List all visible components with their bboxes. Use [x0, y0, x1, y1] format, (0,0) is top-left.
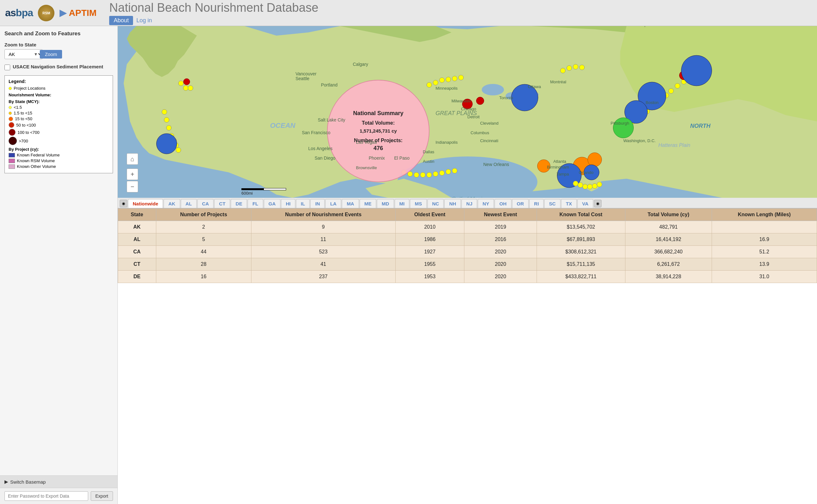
tab-oh[interactable]: OH: [495, 199, 511, 208]
tampa-label: Tampa: [557, 172, 569, 176]
table-cell-1-0: AL: [118, 233, 156, 246]
legend-dot-6: [9, 137, 17, 145]
export-button[interactable]: Export: [91, 491, 113, 501]
table-cell-2-2: 523: [251, 246, 395, 258]
table-cell-3-6: 6,261,672: [625, 258, 712, 271]
map-zoom-in-button[interactable]: +: [127, 169, 138, 180]
tab-hi[interactable]: HI: [281, 199, 295, 208]
table-cell-4-5: $433,822,711: [536, 271, 625, 283]
table-cell-2-3: 1927: [395, 246, 464, 258]
tab-or[interactable]: OR: [512, 199, 529, 208]
legend-title: Legend:: [9, 79, 109, 84]
table-header-row: StateNumber of ProjectsNumber of Nourish…: [118, 209, 817, 221]
tab-nationwide[interactable]: Nationwide: [128, 199, 163, 208]
proj-dot-gulf4: [420, 172, 426, 177]
tab-me[interactable]: ME: [360, 199, 377, 208]
popup-total-label: Total Volume:: [362, 120, 395, 126]
map-container: National Summary Total Volume: 1,571,245…: [118, 26, 817, 504]
north-label: NORTH: [690, 123, 711, 129]
table-cell-3-1: 28: [156, 258, 251, 271]
tab-mi[interactable]: MI: [395, 199, 410, 208]
ottawa-label: Ottawa: [528, 84, 541, 89]
map[interactable]: National Summary Total Volume: 1,571,245…: [118, 26, 817, 198]
table-cell-0-5: $13,545,702: [536, 221, 625, 233]
map-home-button[interactable]: ⌂: [127, 153, 138, 165]
lake-superior: [482, 84, 504, 95]
table-cell-1-5: $67,891,893: [536, 233, 625, 246]
legend-by-project-label: By Project (cy):: [9, 147, 109, 152]
proj-dot-mw1: [427, 82, 432, 87]
tab-al[interactable]: AL: [181, 199, 197, 208]
table-cell-3-2: 41: [251, 258, 395, 271]
sidebar: Search and Zoom to Features Zoom to Stat…: [0, 26, 118, 504]
tab-la[interactable]: LA: [325, 199, 341, 208]
tab-il[interactable]: IL: [296, 199, 310, 208]
table-cell-4-1: 16: [156, 271, 251, 283]
proj-dot-mw6: [459, 75, 464, 80]
tab-ct[interactable]: CT: [214, 199, 230, 208]
proj-dot-gl-red2: [476, 97, 484, 105]
slc-label: Salt Lake City: [318, 117, 345, 122]
cleveland-label: Cleveland: [480, 121, 499, 126]
usace-row: USACE Navigation Sediment Placement: [4, 64, 113, 70]
login-button[interactable]: Log in: [136, 17, 152, 24]
table-header-5: Known Total Cost: [536, 209, 625, 221]
zoom-button[interactable]: Zoom: [40, 50, 62, 59]
proj-dot-gulf8: [446, 169, 451, 174]
nola-label: New Orleans: [483, 162, 509, 167]
tab-ny[interactable]: NY: [478, 199, 494, 208]
ocean-label: OCEAN: [270, 121, 296, 129]
tab-prev-button[interactable]: ◉: [120, 200, 127, 207]
usace-checkbox[interactable]: [4, 65, 10, 70]
data-area: ◉ NationwideAKALCACTDEFLGAHIILINLAMAMEMD…: [118, 198, 817, 504]
table-row: CT284119552020$15,711,1356,261,67213.9: [118, 258, 817, 271]
table-header-4: Newest Event: [464, 209, 536, 221]
philly-label: Philadelphia: [630, 26, 653, 27]
proj-dot-gulf7: [440, 170, 445, 176]
tab-ma[interactable]: MA: [342, 199, 359, 208]
tab-ri[interactable]: RI: [529, 199, 543, 208]
legend-dot-4: [9, 122, 14, 128]
tab-ca[interactable]: CA: [197, 199, 214, 208]
table-cell-1-6: 16,414,192: [625, 233, 712, 246]
tab-fl[interactable]: FL: [248, 199, 263, 208]
tab-md[interactable]: MD: [377, 199, 394, 208]
tab-ak[interactable]: AK: [163, 199, 180, 208]
proj-dot-gulf5: [427, 172, 432, 177]
proj-dot-fl-y3: [583, 184, 588, 189]
table-cell-4-3: 1953: [395, 271, 464, 283]
table-row: AL51119862016$67,891,89316,414,19216.9: [118, 233, 817, 246]
proj-dot-ca-large: [156, 134, 177, 154]
state-select[interactable]: AKALCACT DEFLGAHI ILINLAMA MEMDMIMS NCNH…: [4, 49, 43, 59]
table-cell-1-3: 1986: [395, 233, 464, 246]
tab-de[interactable]: DE: [231, 199, 247, 208]
table-cell-0-1: 2: [156, 221, 251, 233]
tab-in[interactable]: IN: [310, 199, 325, 208]
tab-sc[interactable]: SC: [544, 199, 560, 208]
proj-dot-gulf6: [433, 171, 438, 176]
sf-label: San Francisco: [302, 130, 331, 135]
birmingham-label: Birmingham: [547, 165, 569, 169]
about-button[interactable]: About: [109, 16, 133, 25]
tab-ga[interactable]: GA: [264, 199, 281, 208]
tab-nc[interactable]: NC: [427, 199, 444, 208]
tab-tx[interactable]: TX: [561, 199, 577, 208]
tab-next-button[interactable]: ◉: [594, 200, 601, 207]
tab-va[interactable]: VA: [577, 199, 593, 208]
tab-nj[interactable]: NJ: [461, 199, 477, 208]
export-password-input[interactable]: [4, 491, 88, 501]
scale-label: 600mi: [242, 191, 253, 196]
montreal-label: Montréal: [550, 79, 566, 84]
switch-basemap-button[interactable]: ▶ Switch Basemap: [0, 475, 117, 488]
brownsville-label: Brownsville: [356, 165, 377, 170]
legend-nourishment-label: Nourishment Volume:: [9, 93, 109, 97]
minneapolis-label: Minneapolis: [436, 86, 458, 91]
proj-dot-wc7: [176, 148, 181, 153]
boston-label: Boston: [646, 100, 659, 105]
tab-ms[interactable]: MS: [410, 199, 427, 208]
vancouver-label: Vancouver: [296, 71, 317, 76]
map-zoom-out-button[interactable]: −: [127, 181, 138, 192]
aptim-logo: ▶ APTIM: [59, 8, 96, 18]
table-cell-3-4: 2020: [464, 258, 536, 271]
tab-nh[interactable]: NH: [444, 199, 461, 208]
